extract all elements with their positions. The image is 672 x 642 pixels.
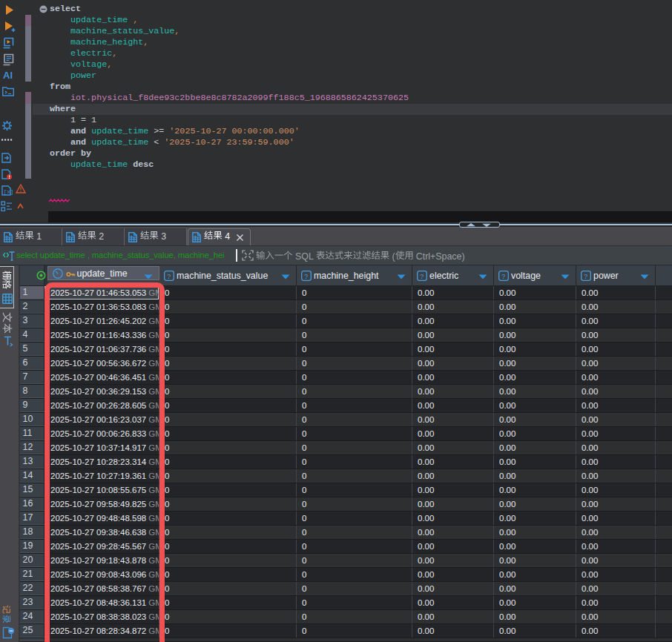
svg-text:?: ? xyxy=(304,272,308,280)
svg-text:?: ? xyxy=(501,272,505,280)
svg-text:?: ? xyxy=(167,272,171,280)
svg-text:?: ? xyxy=(420,272,424,280)
svg-text:?: ? xyxy=(584,272,587,280)
svg-text:[x]: [x] xyxy=(4,189,13,195)
